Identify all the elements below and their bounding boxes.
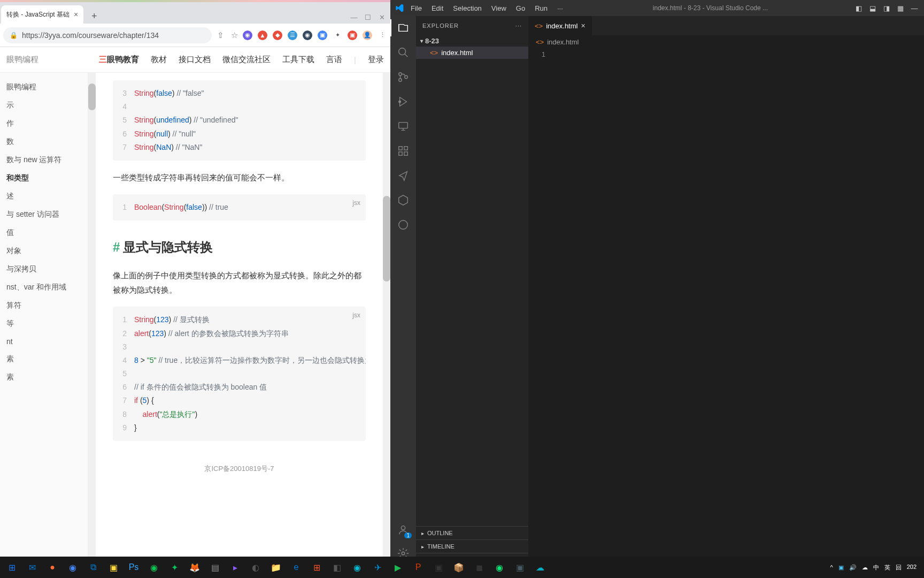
taskbar-app-icon[interactable]: 📦 (450, 559, 467, 576)
editor-tab[interactable]: <> index.html × (528, 16, 592, 35)
share-icon[interactable]: ⇧ (215, 30, 226, 41)
menu-item[interactable]: Run (530, 2, 552, 14)
sidebar-item[interactable]: nt (0, 333, 88, 350)
url-bar[interactable]: 🔒 https://3yya.com/courseware/chapter/13… (3, 27, 212, 43)
taskbar-app-icon[interactable]: ◉ (64, 559, 81, 576)
taskbar-app-icon[interactable]: ✉ (24, 559, 41, 576)
taskbar-app-icon[interactable]: 📁 (267, 559, 284, 576)
sidebar-item[interactable]: 与深拷贝 (0, 260, 88, 278)
taskbar-app-icon[interactable]: ▣ (105, 559, 122, 576)
taskbar-app-icon[interactable]: ▣ (511, 559, 528, 576)
extension-icon[interactable]: ▲ (258, 31, 267, 40)
sidebar-item[interactable]: 素 (0, 350, 88, 368)
source-control-icon[interactable] (397, 71, 410, 83)
outline-section[interactable]: ▸OUTLINE (416, 526, 528, 539)
sidebar-scrollbar[interactable] (88, 73, 96, 578)
tree-file[interactable]: <> index.html (416, 47, 528, 59)
taskbar-app-icon[interactable]: ⊞ (3, 559, 20, 576)
taskbar-app-icon[interactable]: ▸ (227, 559, 244, 576)
menu-icon[interactable]: ⋮ (378, 31, 387, 40)
taskbar-app-icon[interactable]: Ps (125, 559, 142, 576)
taskbar-app-icon[interactable]: ◼ (471, 559, 488, 576)
sidebar-item[interactable]: 示 (0, 96, 88, 115)
extension-icon[interactable]: ▣ (318, 31, 327, 40)
debug-icon[interactable] (397, 95, 410, 108)
tray-sound-icon[interactable]: 🔊 (849, 564, 857, 571)
sidebar-item[interactable]: 数 (0, 133, 88, 151)
extensions-icon[interactable] (397, 144, 410, 157)
nav-item[interactable]: 工具下载 (282, 55, 314, 65)
taskbar-app-icon[interactable]: ☁ (532, 559, 549, 576)
course-sidebar[interactable]: 眼鸭编程示作数数与 new 运算符和类型述与 setter 访问器值对象与深拷贝… (0, 73, 88, 578)
share-icon[interactable] (397, 169, 410, 182)
sidebar-item[interactable]: 与 setter 访问器 (0, 206, 88, 224)
close-icon[interactable]: ✕ (375, 11, 388, 24)
close-icon[interactable]: × (74, 10, 78, 19)
panel-bottom-icon[interactable]: ⬓ (867, 3, 878, 13)
taskbar-app-icon[interactable]: ▣ (430, 559, 447, 576)
taskbar-app-icon[interactable]: ◐ (247, 559, 264, 576)
menu-item[interactable]: ··· (553, 2, 567, 14)
new-tab-button[interactable]: + (87, 9, 102, 24)
login-link[interactable]: 登录 (368, 55, 384, 65)
taskbar-app-icon[interactable]: ◉ (491, 559, 508, 576)
sidebar-item[interactable]: 值 (0, 224, 88, 242)
more-icon[interactable]: ··· (515, 22, 522, 29)
sidebar-item[interactable]: 述 (0, 187, 88, 206)
sidebar-item[interactable]: 和类型 (0, 169, 88, 187)
extension-icon[interactable]: ◉ (243, 31, 252, 40)
bookmark-icon[interactable]: ☆ (229, 30, 240, 41)
close-icon[interactable]: × (581, 21, 585, 30)
nav-item[interactable]: 教材 (151, 55, 167, 65)
taskbar-app-icon[interactable]: ▶ (389, 559, 406, 576)
brand[interactable]: 三眼鸭教育 (99, 55, 139, 65)
avatar-icon[interactable]: 👤 (363, 31, 372, 40)
sidebar-item[interactable]: nst、var 和作用域 (0, 278, 88, 296)
taskbar-app-icon[interactable]: ⊞ (308, 559, 325, 576)
account-icon[interactable]: 1 (397, 523, 410, 536)
extension-icon[interactable]: ◆ (273, 31, 282, 40)
extension-icon[interactable]: ☰ (288, 31, 297, 40)
menu-item[interactable]: File (406, 2, 426, 14)
nav-item[interactable]: 微信交流社区 (222, 55, 271, 65)
sidebar-item[interactable]: 眼鸭编程 (0, 78, 88, 96)
hexagon-icon[interactable] (397, 194, 410, 207)
ime-indicator[interactable]: 回 (896, 564, 902, 572)
sidebar-item[interactable]: 作 (0, 115, 88, 133)
menu-item[interactable]: View (487, 2, 511, 14)
clock[interactable]: 202 (907, 564, 917, 571)
explorer-icon[interactable] (397, 21, 410, 34)
extensions-icon[interactable]: ✦ (333, 31, 342, 40)
sidebar-item[interactable]: 算符 (0, 296, 88, 315)
sidebar-item[interactable]: 素 (0, 368, 88, 386)
nav-item[interactable]: 接口文档 (179, 55, 211, 65)
taskbar-app-icon[interactable]: ⧉ (84, 559, 102, 576)
taskbar-app-icon[interactable]: ◉ (145, 559, 163, 576)
tray-chevron-icon[interactable]: ^ (830, 564, 833, 571)
browser-tab[interactable]: 转换 - JavaScript 基础 × (1, 5, 83, 24)
maximize-icon[interactable]: ☐ (361, 11, 374, 24)
remote-icon[interactable] (397, 120, 410, 133)
sidebar-item[interactable]: 等 (0, 315, 88, 333)
panel-right-icon[interactable]: ◨ (881, 3, 892, 13)
search-icon[interactable] (397, 46, 410, 59)
timeline-section[interactable]: ▸TIMELINE (416, 539, 528, 553)
taskbar-app-icon[interactable]: ✦ (166, 559, 183, 576)
layout-icon[interactable]: ▦ (895, 3, 906, 13)
extension-icon[interactable]: ▣ (348, 31, 357, 40)
ime-indicator[interactable]: 中 (873, 564, 879, 572)
menu-item[interactable]: Edit (427, 2, 448, 14)
minimize-icon[interactable]: — (348, 11, 360, 24)
sidebar-item[interactable]: 数与 new 运算符 (0, 151, 88, 169)
extension-icon[interactable]: ◉ (303, 31, 312, 40)
taskbar-app-icon[interactable]: ▤ (206, 559, 224, 576)
tree-folder[interactable]: ▾ 8-23 (416, 35, 528, 47)
tray-icon[interactable]: ☁ (862, 564, 868, 571)
taskbar-app-icon[interactable]: P (410, 559, 427, 576)
minimize-icon[interactable]: — (909, 3, 920, 13)
menu-item[interactable]: Go (512, 2, 529, 14)
taskbar-app-icon[interactable]: e (288, 559, 305, 576)
breadcrumb[interactable]: <> index.html (528, 35, 924, 48)
taskbar-app-icon[interactable]: ◉ (349, 559, 366, 576)
taskbar-app-icon[interactable]: ● (44, 559, 61, 576)
